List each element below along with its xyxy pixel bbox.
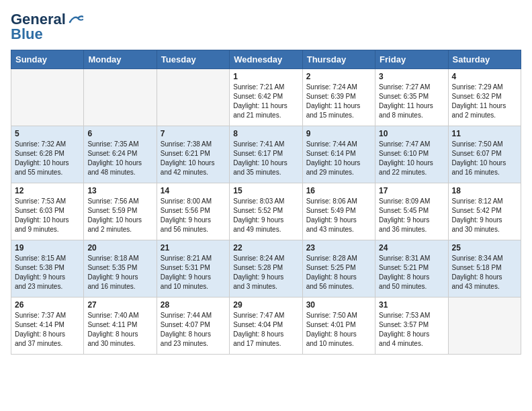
day-number: 11 <box>452 129 517 138</box>
day-number: 27 <box>87 300 152 310</box>
calendar-day-cell: 14Sunrise: 8:00 AM Sunset: 5:56 PM Dayli… <box>157 183 229 240</box>
calendar-day-cell: 29Sunrise: 7:47 AM Sunset: 4:04 PM Dayli… <box>230 298 302 355</box>
calendar-day-cell: 1Sunrise: 7:21 AM Sunset: 6:42 PM Daylig… <box>230 69 302 126</box>
day-info: Sunrise: 8:00 AM Sunset: 5:56 PM Dayligh… <box>161 197 226 234</box>
calendar-day-cell: 12Sunrise: 7:53 AM Sunset: 6:03 PM Dayli… <box>11 183 84 240</box>
day-number: 10 <box>379 129 444 138</box>
calendar-day-cell: 24Sunrise: 8:31 AM Sunset: 5:21 PM Dayli… <box>375 240 448 298</box>
day-info: Sunrise: 7:40 AM Sunset: 4:11 PM Dayligh… <box>87 311 152 349</box>
day-number: 23 <box>306 243 371 253</box>
day-number: 3 <box>379 72 444 81</box>
day-info: Sunrise: 8:18 AM Sunset: 5:35 PM Dayligh… <box>87 254 152 291</box>
day-info: Sunrise: 7:53 AM Sunset: 3:57 PM Dayligh… <box>379 311 444 349</box>
day-info: Sunrise: 8:24 AM Sunset: 5:28 PM Dayligh… <box>233 254 298 291</box>
calendar-day-cell: 2Sunrise: 7:24 AM Sunset: 6:39 PM Daylig… <box>302 69 375 126</box>
day-info: Sunrise: 8:12 AM Sunset: 5:42 PM Dayligh… <box>452 197 517 234</box>
day-info: Sunrise: 8:06 AM Sunset: 5:49 PM Dayligh… <box>306 197 371 234</box>
day-info: Sunrise: 8:03 AM Sunset: 5:52 PM Dayligh… <box>233 197 298 234</box>
day-of-week-header: Saturday <box>448 50 521 69</box>
day-number: 18 <box>452 186 517 195</box>
calendar-day-cell: 20Sunrise: 8:18 AM Sunset: 5:35 PM Dayli… <box>84 240 157 298</box>
day-number: 9 <box>306 129 371 138</box>
day-of-week-header: Monday <box>84 50 157 69</box>
day-number: 12 <box>15 186 80 195</box>
day-number: 19 <box>15 243 80 253</box>
day-info: Sunrise: 7:21 AM Sunset: 6:42 PM Dayligh… <box>233 83 298 120</box>
day-info: Sunrise: 8:28 AM Sunset: 5:25 PM Dayligh… <box>306 254 371 291</box>
day-info: Sunrise: 7:35 AM Sunset: 6:24 PM Dayligh… <box>87 140 152 177</box>
calendar-day-cell <box>157 69 229 126</box>
calendar-day-cell: 8Sunrise: 7:41 AM Sunset: 6:17 PM Daylig… <box>230 126 302 183</box>
calendar-table: SundayMondayTuesdayWednesdayThursdayFrid… <box>11 50 521 355</box>
day-number: 14 <box>161 186 226 195</box>
day-info: Sunrise: 8:31 AM Sunset: 5:21 PM Dayligh… <box>379 254 444 291</box>
day-number: 13 <box>87 186 152 195</box>
page-header: General Blue <box>11 11 521 43</box>
calendar-day-cell: 18Sunrise: 8:12 AM Sunset: 5:42 PM Dayli… <box>448 183 521 240</box>
day-number: 15 <box>233 186 298 195</box>
day-number: 8 <box>233 129 298 138</box>
day-number: 17 <box>379 186 444 195</box>
calendar-day-cell <box>84 69 157 126</box>
day-number: 20 <box>87 243 152 253</box>
day-info: Sunrise: 8:09 AM Sunset: 5:45 PM Dayligh… <box>379 197 444 234</box>
calendar-day-cell <box>448 298 521 355</box>
day-number: 6 <box>87 129 152 138</box>
day-info: Sunrise: 7:56 AM Sunset: 5:59 PM Dayligh… <box>87 197 152 234</box>
calendar-day-cell: 13Sunrise: 7:56 AM Sunset: 5:59 PM Dayli… <box>84 183 157 240</box>
calendar-day-cell <box>11 69 84 126</box>
logo: General Blue <box>11 11 83 43</box>
calendar-week-row: 26Sunrise: 7:37 AM Sunset: 4:14 PM Dayli… <box>11 298 521 355</box>
calendar-day-cell: 25Sunrise: 8:34 AM Sunset: 5:18 PM Dayli… <box>448 240 521 298</box>
day-of-week-header: Sunday <box>11 50 84 69</box>
day-info: Sunrise: 7:29 AM Sunset: 6:32 PM Dayligh… <box>452 83 517 120</box>
day-number: 26 <box>15 300 80 310</box>
calendar-day-cell: 5Sunrise: 7:32 AM Sunset: 6:28 PM Daylig… <box>11 126 84 183</box>
day-number: 21 <box>161 243 226 253</box>
day-info: Sunrise: 7:44 AM Sunset: 6:14 PM Dayligh… <box>306 140 371 177</box>
day-of-week-header: Tuesday <box>157 50 229 69</box>
calendar-day-cell: 15Sunrise: 8:03 AM Sunset: 5:52 PM Dayli… <box>230 183 302 240</box>
day-number: 22 <box>233 243 298 253</box>
day-info: Sunrise: 7:38 AM Sunset: 6:21 PM Dayligh… <box>161 140 226 177</box>
day-number: 24 <box>379 243 444 253</box>
day-number: 28 <box>161 300 226 310</box>
day-info: Sunrise: 7:32 AM Sunset: 6:28 PM Dayligh… <box>15 140 80 177</box>
day-number: 7 <box>161 129 226 138</box>
calendar-week-row: 1Sunrise: 7:21 AM Sunset: 6:42 PM Daylig… <box>11 69 521 126</box>
calendar-day-cell: 10Sunrise: 7:47 AM Sunset: 6:10 PM Dayli… <box>375 126 448 183</box>
calendar-week-row: 12Sunrise: 7:53 AM Sunset: 6:03 PM Dayli… <box>11 183 521 240</box>
logo-bird-icon <box>69 14 83 25</box>
day-info: Sunrise: 7:44 AM Sunset: 4:07 PM Dayligh… <box>161 311 226 349</box>
day-number: 5 <box>15 129 80 138</box>
calendar-day-cell: 17Sunrise: 8:09 AM Sunset: 5:45 PM Dayli… <box>375 183 448 240</box>
day-number: 30 <box>306 300 371 310</box>
day-info: Sunrise: 7:37 AM Sunset: 4:14 PM Dayligh… <box>15 311 80 349</box>
day-number: 29 <box>233 300 298 310</box>
day-info: Sunrise: 7:53 AM Sunset: 6:03 PM Dayligh… <box>15 197 80 234</box>
calendar-week-row: 5Sunrise: 7:32 AM Sunset: 6:28 PM Daylig… <box>11 126 521 183</box>
day-of-week-header: Wednesday <box>230 50 302 69</box>
day-number: 31 <box>379 300 444 310</box>
day-number: 16 <box>306 186 371 195</box>
day-of-week-header: Thursday <box>302 50 375 69</box>
day-info: Sunrise: 7:47 AM Sunset: 6:10 PM Dayligh… <box>379 140 444 177</box>
calendar-day-cell: 19Sunrise: 8:15 AM Sunset: 5:38 PM Dayli… <box>11 240 84 298</box>
logo-blue: Blue <box>11 26 43 43</box>
day-info: Sunrise: 7:50 AM Sunset: 4:01 PM Dayligh… <box>306 311 371 349</box>
calendar-day-cell: 7Sunrise: 7:38 AM Sunset: 6:21 PM Daylig… <box>157 126 229 183</box>
calendar-day-cell: 23Sunrise: 8:28 AM Sunset: 5:25 PM Dayli… <box>302 240 375 298</box>
calendar-day-cell: 9Sunrise: 7:44 AM Sunset: 6:14 PM Daylig… <box>302 126 375 183</box>
calendar-day-cell: 3Sunrise: 7:27 AM Sunset: 6:35 PM Daylig… <box>375 69 448 126</box>
calendar-day-cell: 11Sunrise: 7:50 AM Sunset: 6:07 PM Dayli… <box>448 126 521 183</box>
day-info: Sunrise: 7:27 AM Sunset: 6:35 PM Dayligh… <box>379 83 444 120</box>
day-number: 4 <box>452 72 517 81</box>
calendar-day-cell: 6Sunrise: 7:35 AM Sunset: 6:24 PM Daylig… <box>84 126 157 183</box>
calendar-week-row: 19Sunrise: 8:15 AM Sunset: 5:38 PM Dayli… <box>11 240 521 298</box>
day-info: Sunrise: 7:47 AM Sunset: 4:04 PM Dayligh… <box>233 311 298 349</box>
day-info: Sunrise: 8:21 AM Sunset: 5:31 PM Dayligh… <box>161 254 226 291</box>
calendar-day-cell: 28Sunrise: 7:44 AM Sunset: 4:07 PM Dayli… <box>157 298 229 355</box>
day-info: Sunrise: 8:34 AM Sunset: 5:18 PM Dayligh… <box>452 254 517 291</box>
day-number: 1 <box>233 72 298 81</box>
day-info: Sunrise: 7:41 AM Sunset: 6:17 PM Dayligh… <box>233 140 298 177</box>
